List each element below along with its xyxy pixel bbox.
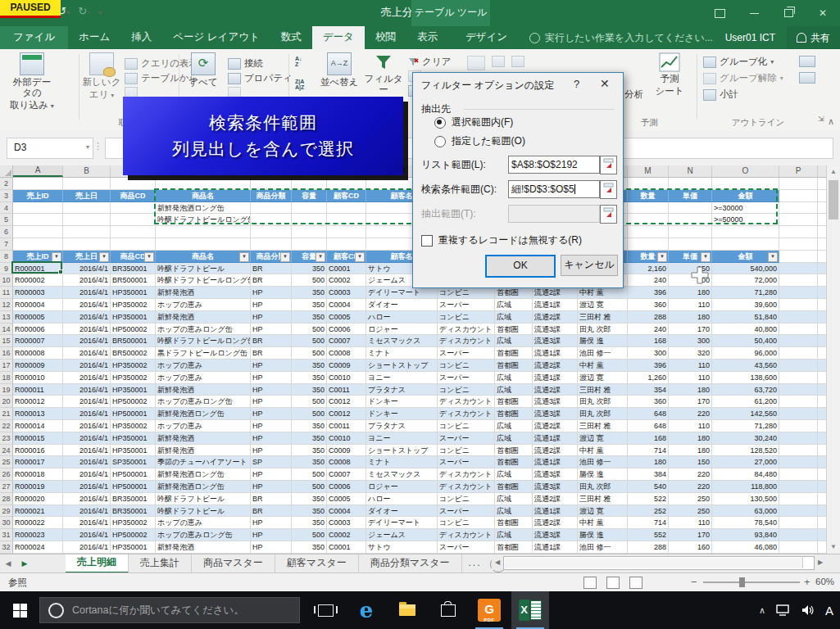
cell[interactable]: BR: [251, 493, 292, 505]
cell[interactable]: ディスカウント: [438, 529, 495, 541]
cell[interactable]: [779, 263, 818, 275]
cell[interactable]: 93,840: [712, 529, 779, 541]
cell[interactable]: 110: [669, 517, 712, 529]
cell[interactable]: [818, 481, 826, 493]
cell[interactable]: 2016/4/1: [63, 493, 111, 505]
cell[interactable]: [251, 238, 292, 251]
cell[interactable]: C0001: [327, 541, 366, 554]
cell[interactable]: 流通2課: [533, 420, 578, 432]
scroll-left-icon[interactable]: ◀: [492, 556, 503, 569]
cell[interactable]: R000011: [13, 384, 63, 396]
cell[interactable]: 吟醸ドラフトビール: [156, 505, 251, 518]
file-explorer-button[interactable]: [388, 591, 426, 629]
cell[interactable]: 250: [669, 505, 712, 518]
cell[interactable]: [156, 238, 251, 251]
cell[interactable]: ショートストップ: [366, 445, 438, 457]
row-header-18[interactable]: 18: [0, 372, 13, 384]
cell[interactable]: ヨニー: [366, 372, 438, 384]
cell[interactable]: 61,200: [712, 396, 779, 408]
cell[interactable]: 首都圏: [495, 324, 533, 336]
cell[interactable]: [292, 202, 327, 215]
cell[interactable]: [818, 445, 826, 457]
cell[interactable]: 240: [628, 324, 669, 336]
cell[interactable]: [628, 214, 669, 226]
cell[interactable]: 648: [628, 408, 669, 420]
cell[interactable]: 110: [669, 299, 712, 311]
cell[interactable]: 170: [669, 529, 712, 541]
cell[interactable]: 三田村 雅: [578, 420, 628, 432]
cell[interactable]: [156, 226, 251, 238]
connections-button[interactable]: 接続: [228, 57, 263, 70]
cell[interactable]: 首都圏: [495, 347, 533, 360]
horizontal-scroll-track[interactable]: [503, 556, 815, 570]
row-header-16[interactable]: 16: [0, 347, 13, 360]
cell[interactable]: 51,840: [712, 311, 779, 324]
cell[interactable]: 数量▼: [628, 251, 669, 263]
sheet-nav-left-icon[interactable]: ◀: [0, 554, 16, 573]
cell[interactable]: BR350001: [111, 505, 156, 518]
cell[interactable]: 522: [628, 493, 669, 505]
cell[interactable]: 500: [292, 335, 327, 347]
cell[interactable]: [712, 178, 779, 190]
cell[interactable]: 吟醸ドラフトビールロング缶: [156, 214, 251, 226]
outline-dialog-launcher-icon[interactable]: ⇲: [818, 115, 824, 123]
sheet-tab-overflow[interactable]: ...: [462, 554, 488, 573]
cell[interactable]: [818, 238, 826, 251]
cell[interactable]: [779, 190, 818, 202]
cell[interactable]: 350: [292, 493, 327, 505]
cell[interactable]: R000023: [13, 529, 63, 541]
cell[interactable]: 新鮮発泡酒ロング缶: [156, 202, 251, 215]
store-button[interactable]: [429, 591, 467, 629]
cell[interactable]: HP500001: [111, 468, 156, 481]
row-header-28[interactable]: 28: [0, 493, 13, 505]
cell[interactable]: ディスカウント: [438, 335, 495, 347]
filter-button[interactable]: フィルター: [362, 52, 405, 95]
zoom-level[interactable]: 60%: [815, 577, 834, 586]
cell[interactable]: C0001: [327, 263, 366, 275]
cell[interactable]: 顧客CD▼: [327, 251, 366, 263]
cell[interactable]: HP500001: [111, 408, 156, 420]
cell[interactable]: 2016/4/1: [63, 445, 111, 457]
cell[interactable]: HP: [251, 408, 292, 420]
cell[interactable]: C0009: [327, 360, 366, 372]
cell[interactable]: [111, 226, 156, 238]
cell[interactable]: 単価: [669, 190, 712, 202]
formula-bar-splitter[interactable]: ⋮: [93, 141, 103, 152]
cell[interactable]: 池田 修一: [578, 347, 628, 360]
row-header-25[interactable]: 25: [0, 456, 13, 468]
cell[interactable]: 流通3課: [533, 396, 578, 408]
cell[interactable]: [818, 287, 826, 299]
cell[interactable]: 田丸 次郎: [578, 481, 628, 493]
cell[interactable]: 広域: [495, 493, 533, 505]
cell[interactable]: 2016/4/1: [63, 311, 111, 324]
cell[interactable]: [111, 202, 156, 215]
cell[interactable]: 170: [669, 396, 712, 408]
cell[interactable]: 500: [292, 529, 327, 541]
cell[interactable]: HP350002: [111, 299, 156, 311]
cell[interactable]: コンビニ: [438, 384, 495, 396]
cell[interactable]: 顧客CD: [327, 190, 366, 202]
radio-filter-in-place[interactable]: 選択範囲内(F): [434, 115, 513, 129]
row-header-32[interactable]: 32: [0, 541, 13, 554]
cell[interactable]: 168: [628, 432, 669, 445]
cell[interactable]: 384: [628, 468, 669, 481]
cell[interactable]: 2016/4/1: [63, 324, 111, 336]
cell[interactable]: コンビニ: [438, 420, 495, 432]
cell[interactable]: コンビニ: [438, 517, 495, 529]
cell[interactable]: コンビニ: [438, 493, 495, 505]
cell[interactable]: [779, 493, 818, 505]
cell[interactable]: 流通1課: [533, 456, 578, 468]
vertical-scrollbar[interactable]: ▲ ▼: [826, 165, 840, 554]
cell[interactable]: ディスカウント: [438, 324, 495, 336]
cell[interactable]: [13, 178, 63, 190]
cell[interactable]: 2016/4/1: [63, 384, 111, 396]
cell[interactable]: BR: [251, 347, 292, 360]
cell[interactable]: [779, 481, 818, 493]
row-header-26[interactable]: 26: [0, 468, 13, 481]
cell[interactable]: 2016/4/1: [63, 287, 111, 299]
cell[interactable]: 流通2課: [533, 311, 578, 324]
cell[interactable]: 流通1課: [533, 541, 578, 554]
column-header-Q[interactable]: Q: [818, 165, 826, 177]
cell[interactable]: 三田村 雅: [578, 384, 628, 396]
cell[interactable]: R000012: [13, 396, 63, 408]
